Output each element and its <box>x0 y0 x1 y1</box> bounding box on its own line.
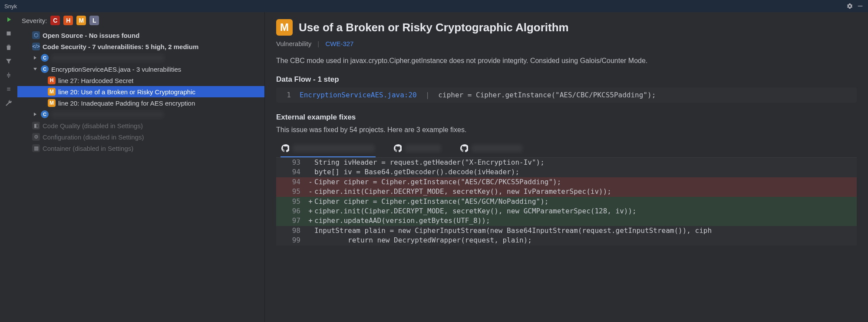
diff-line-no: 95 <box>276 197 307 206</box>
svg-rect-1 <box>7 32 11 36</box>
diff-row: 93String ivHeader = request.getHeader("X… <box>276 158 857 167</box>
diff-line-no: 97 <box>276 216 307 226</box>
diff-code: cipher.init(Cipher.DECRYPT_MODE, secretK… <box>314 187 857 196</box>
detail-severity-badge: M <box>276 19 293 36</box>
minimize-icon[interactable] <box>857 3 864 10</box>
diff-row: 99 return new DecryptedWrapper(request, … <box>276 236 857 245</box>
diff-view: 93String ivHeader = request.getHeader("X… <box>276 158 857 246</box>
tab-label: xxxxxxxxxx <box>405 145 441 152</box>
github-icon <box>394 144 402 152</box>
tree-code-security[interactable]: </> Code Security - 7 vulnerabilities: 5… <box>17 41 264 52</box>
tree-label: line 27: Hardcoded Secret <box>58 77 133 84</box>
gear-icon[interactable] <box>846 3 853 10</box>
severity-high[interactable]: H <box>63 16 73 25</box>
detail-panel: M Use of a Broken or Risky Cryptographic… <box>265 12 868 322</box>
tree-label: Configuration (disabled in Settings) <box>43 133 144 141</box>
tab-label: xxxxxxxxx xxxxx <box>472 145 522 152</box>
github-icon <box>460 144 468 152</box>
severity-badge-m: M <box>48 99 56 107</box>
run-icon[interactable] <box>5 16 13 23</box>
tree-label: xxxxxxxxxxxxxxxxxxxxxxxxxxxxxxxxxx <box>51 111 164 118</box>
detail-title: Use of a Broken or Risky Cryptographic A… <box>299 21 569 34</box>
diff-sign: - <box>307 187 314 196</box>
dataflow-heading: Data Flow - 1 step <box>276 75 857 84</box>
diff-line-no: 95 <box>276 187 307 196</box>
example-tab[interactable]: xxxxxxxx xxxxxxxxxxx xxxx <box>281 142 376 157</box>
detail-description: The CBC mode used in javax.crypto.Cipher… <box>276 57 857 65</box>
diff-line-no: 96 <box>276 206 307 216</box>
severity-badge-h: H <box>48 76 56 84</box>
separator: | <box>317 40 319 47</box>
diff-sign <box>307 236 314 245</box>
tree-label: line 20: Inadequate Padding for AES encr… <box>58 100 195 107</box>
flow-sep: | <box>426 91 430 99</box>
diff-row: 94byte[] iv = Base64.getDecoder().decode… <box>276 167 857 177</box>
diff-row: 95+Cipher cipher = Cipher.getInstance("A… <box>276 197 857 206</box>
tree-configuration[interactable]: ⚙ Configuration (disabled in Settings) <box>17 131 264 143</box>
tree-vuln-padding[interactable]: M line 20: Inadequate Padding for AES en… <box>17 97 264 109</box>
diff-code: cipher.init(Cipher.DECRYPT_MODE, secretK… <box>314 206 857 216</box>
diff-code: InputStream plain = new CipherInputStrea… <box>314 226 857 236</box>
tree-label: xxxxxxxxxxx xxxxxx xxxx x xxxxxxxxxx <box>51 54 165 62</box>
tree-label: line 20: Use of a Broken or Risky Crypto… <box>58 88 195 96</box>
severity-critical[interactable]: C <box>50 16 60 25</box>
tree-label: Open Source - No issues found <box>43 32 139 39</box>
tree-file-redacted[interactable]: C xxxxxxxxxxx xxxxxx xxxx x xxxxxxxxxx <box>17 52 264 63</box>
expand-icon[interactable] <box>5 71 13 79</box>
example-tabs: xxxxxxxx xxxxxxxxxxx xxxx xxxxxxxxxx xxx… <box>276 140 857 158</box>
diff-row: 98InputStream plain = new CipherInputStr… <box>276 226 857 236</box>
diff-sign: + <box>307 216 314 226</box>
tree-file-encryption[interactable]: C EncryptionServiceAES.java - 3 vulnerab… <box>17 63 264 75</box>
issues-panel: Severity: C H M L ⬡ Open Source - No iss… <box>17 12 265 322</box>
tree-code-quality[interactable]: ◧ Code Quality (disabled in Settings) <box>17 120 264 131</box>
dataflow-step[interactable]: 1 EncryptionServiceAES.java:20 | cipher … <box>276 87 857 103</box>
flow-file[interactable]: EncryptionServiceAES.java:20 <box>300 91 417 99</box>
trash-icon[interactable] <box>5 43 13 51</box>
severity-label: Severity: <box>22 17 47 24</box>
severity-medium[interactable]: M <box>76 16 86 25</box>
tree-file-redacted[interactable]: C xxxxxxxxxxxxxxxxxxxxxxxxxxxxxxxxxx <box>17 109 264 120</box>
github-icon <box>281 144 289 152</box>
tree-open-source[interactable]: ⬡ Open Source - No issues found <box>17 30 264 41</box>
example-tab[interactable]: xxxxxxxxx xxxxx <box>459 142 523 157</box>
tree-label: Container (disabled in Settings) <box>43 145 133 152</box>
issue-tree: ⬡ Open Source - No issues found </> Code… <box>17 30 264 154</box>
diff-row: 97+cipher.updateAAD(version.getBytes(UTF… <box>276 216 857 226</box>
stop-icon[interactable] <box>5 30 13 37</box>
diff-line-no: 94 <box>276 167 307 177</box>
tree-label: Code Quality (disabled in Settings) <box>43 122 143 129</box>
diff-sign: + <box>307 206 314 216</box>
diff-row: 94-Cipher cipher = Cipher.getInstance("A… <box>276 177 857 187</box>
diff-sign: + <box>307 197 314 206</box>
diff-line-no: 94 <box>276 177 307 187</box>
diff-line-no: 99 <box>276 236 307 245</box>
tool-gutter <box>0 12 17 322</box>
tree-container[interactable]: ▦ Container (disabled in Settings) <box>17 143 264 154</box>
tree-label: Code Security - 7 vulnerabilities: 5 hig… <box>43 43 198 50</box>
severity-filter: Severity: C H M L <box>17 12 264 30</box>
example-tab[interactable]: xxxxxxxxxx <box>393 142 442 157</box>
collapse-icon[interactable] <box>5 85 13 93</box>
tree-vuln-hardcoded[interactable]: H line 27: Hardcoded Secret <box>17 75 264 86</box>
title-bar: Snyk <box>0 0 868 12</box>
diff-code: Cipher cipher = Cipher.getInstance("AES/… <box>314 177 857 187</box>
examples-heading: External example fixes <box>276 113 857 122</box>
wrench-icon[interactable] <box>5 99 13 107</box>
diff-sign <box>307 226 314 236</box>
app-title: Snyk <box>4 3 17 10</box>
filter-icon[interactable] <box>5 57 13 65</box>
tab-label: xxxxxxxx xxxxxxxxxxx xxxx <box>293 145 375 152</box>
diff-line-no: 98 <box>276 226 307 236</box>
cwe-link[interactable]: CWE-327 <box>325 40 353 47</box>
severity-low[interactable]: L <box>89 16 99 25</box>
diff-code: Cipher cipher = Cipher.getInstance("AES/… <box>314 197 857 206</box>
diff-code: String ivHeader = request.getHeader("X-E… <box>314 158 857 167</box>
diff-code: byte[] iv = Base64.getDecoder().decode(i… <box>314 167 857 177</box>
severity-badge-m: M <box>48 88 56 96</box>
diff-row: 96+cipher.init(Cipher.DECRYPT_MODE, secr… <box>276 206 857 216</box>
detail-type: Vulnerability <box>276 40 311 47</box>
diff-sign <box>307 158 314 167</box>
svg-rect-0 <box>858 6 863 6</box>
tree-vuln-broken-crypto[interactable]: M line 20: Use of a Broken or Risky Cryp… <box>17 86 264 97</box>
tree-label: EncryptionServiceAES.java - 3 vulnerabil… <box>51 66 181 73</box>
